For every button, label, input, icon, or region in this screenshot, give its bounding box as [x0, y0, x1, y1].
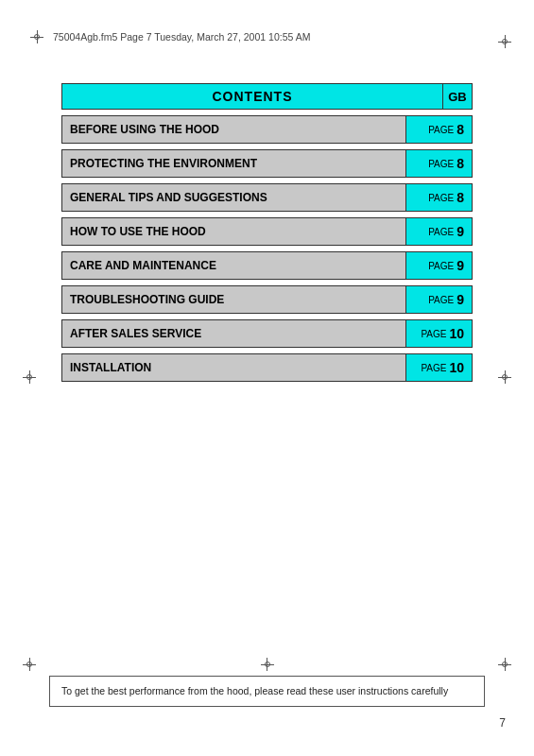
toc-row: PROTECTING THE ENVIRONMENTPAGE 8 — [61, 149, 473, 178]
page-num: 9 — [456, 292, 464, 307]
toc-label: AFTER SALES SERVICE — [62, 320, 405, 347]
toc-row: AFTER SALES SERVICEPAGE 10 — [61, 319, 473, 348]
file-info: 75004Agb.fm5 Page 7 Tuesday, March 27, 2… — [45, 31, 506, 43]
page-word: PAGE — [428, 227, 454, 237]
page-num: 9 — [456, 224, 464, 239]
page-num: 10 — [449, 326, 464, 341]
contents-header: CONTENTS GB — [61, 83, 473, 110]
crosshair-bottom-left — [21, 656, 38, 673]
page-word: PAGE — [428, 261, 454, 271]
page-word: PAGE — [428, 125, 454, 135]
toc-page: PAGE 9 — [405, 286, 472, 313]
crosshair-mid-left — [21, 369, 38, 386]
toc-label: INSTALLATION — [62, 354, 405, 381]
toc-row: TROUBLESHOOTING GUIDEPAGE 9 — [61, 285, 473, 314]
crosshair-top-left — [28, 28, 45, 45]
page-word: PAGE — [428, 295, 454, 305]
toc-page: PAGE 8 — [405, 116, 472, 143]
toc-label: TROUBLESHOOTING GUIDE — [62, 286, 405, 313]
gb-label: GB — [448, 90, 467, 104]
crosshair-bottom-center — [259, 656, 276, 673]
footer-note: To get the best performance from the hoo… — [49, 676, 485, 707]
toc-label: HOW TO USE THE HOOD — [62, 218, 405, 245]
toc-page: PAGE 9 — [405, 218, 472, 245]
toc-row: CARE AND MAINTENANCEPAGE 9 — [61, 251, 473, 280]
contents-title-box: CONTENTS — [61, 83, 442, 110]
toc-label: PROTECTING THE ENVIRONMENT — [62, 150, 405, 177]
toc-page: PAGE 9 — [405, 252, 472, 279]
footer-note-text: To get the best performance from the hoo… — [61, 685, 448, 696]
page-word: PAGE — [421, 363, 446, 373]
page-num: 8 — [456, 190, 464, 205]
header-bar: 75004Agb.fm5 Page 7 Tuesday, March 27, 2… — [28, 28, 506, 45]
toc-page: PAGE 10 — [405, 354, 472, 381]
contents-title: CONTENTS — [213, 89, 293, 104]
toc-row: GENERAL TIPS AND SUGGESTIONSPAGE 8 — [61, 183, 473, 212]
toc-label: CARE AND MAINTENANCE — [62, 252, 405, 279]
toc-row: HOW TO USE THE HOODPAGE 9 — [61, 217, 473, 246]
crosshair-bottom-right — [496, 656, 513, 673]
page-word: PAGE — [421, 329, 446, 339]
page-num: 8 — [456, 156, 464, 171]
contents-gb-box: GB — [442, 83, 473, 110]
contents-area: CONTENTS GB BEFORE USING THE HOODPAGE 8P… — [61, 83, 473, 382]
page: 75004Agb.fm5 Page 7 Tuesday, March 27, 2… — [0, 0, 534, 756]
toc-label: BEFORE USING THE HOOD — [62, 116, 405, 143]
page-number: 7 — [499, 716, 506, 730]
toc-row: BEFORE USING THE HOODPAGE 8 — [61, 115, 473, 144]
toc-label: GENERAL TIPS AND SUGGESTIONS — [62, 184, 405, 211]
toc-rows-container: BEFORE USING THE HOODPAGE 8PROTECTING TH… — [61, 115, 473, 382]
crosshair-mid-right — [496, 369, 513, 386]
page-num: 9 — [456, 258, 464, 273]
crosshair-top-right — [496, 33, 513, 50]
toc-page: PAGE 10 — [405, 320, 472, 347]
page-num: 10 — [449, 360, 464, 375]
page-word: PAGE — [428, 159, 454, 169]
toc-row: INSTALLATIONPAGE 10 — [61, 353, 473, 382]
toc-page: PAGE 8 — [405, 150, 472, 177]
toc-page: PAGE 8 — [405, 184, 472, 211]
page-num: 8 — [456, 122, 464, 137]
page-word: PAGE — [428, 193, 454, 203]
